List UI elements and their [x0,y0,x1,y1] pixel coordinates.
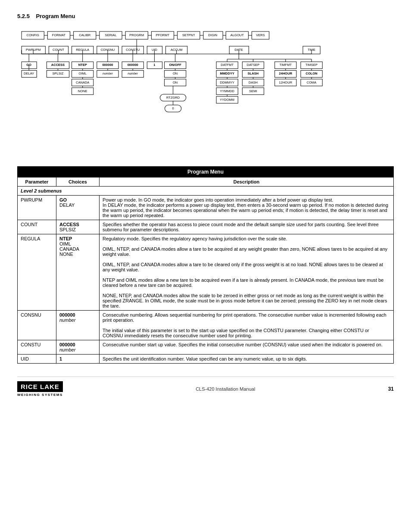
fc-mmddyy: MMDDYY [216,70,238,77]
svg-text:COLON: COLON [306,72,318,75]
fc-splsiz: SPLSIZ [47,70,69,77]
fc-format: FORMAT [47,31,70,39]
table-row: REGULA NTEP OIML CANADA NONE Regulatory … [18,234,394,311]
fc-slash: SLASH [242,70,264,77]
desc-consnu: Consecutive numbering. Allows sequential… [100,311,394,340]
svg-text:SLASH: SLASH [248,72,258,75]
choice-ntep: NTEP [59,236,72,241]
fc-on1: ON [165,70,186,77]
svg-text:MMDDYY: MMDDYY [220,72,234,75]
svg-text:SERIAL: SERIAL [105,33,117,37]
svg-text:ACCESS: ACCESS [51,63,65,67]
svg-text:12HOUR: 12HOUR [279,81,293,84]
svg-text:CALIBR: CALIBR [79,33,91,37]
fc-timfmt: TIMFMT [275,62,296,68]
svg-text:YYDOMM: YYDOMM [220,98,234,102]
desc-count: Specifies whether the operator has acces… [100,220,394,234]
section-heading: 5.2.5 Program Menu [17,13,394,19]
section-number: 5.2.5 [17,13,30,19]
svg-text:DASH: DASH [249,81,258,84]
fc-coma: COMA [301,79,322,86]
choice-canada: CANADA [59,246,79,252]
fc-setpnt: SETPNT [177,31,200,39]
svg-text:0: 0 [172,106,174,110]
fc-constu-000000: 000000 [122,62,143,68]
choice-none: NONE [59,252,73,257]
fc-consnu-000000: 000000 [97,62,118,68]
param-regula: REGULA [18,234,56,311]
fc-12hour: 12HOUR [275,79,296,86]
fc-timsep: TIMSEP [301,62,322,68]
fc-vers: VERS [252,31,269,39]
svg-text:DATSEP: DATSEP [247,63,260,67]
svg-text:TIMFMT: TIMFMT [280,63,292,67]
fc-constu-number: number [122,70,143,77]
logo-text: RICE LAKE [17,381,63,392]
desc-uid: Specifies the unit identification number… [100,355,394,364]
fc-progrm: PROGRM [125,31,148,39]
logo-sub: WEIGHING SYSTEMS [17,393,63,397]
choices-uid: 1 [56,355,100,364]
svg-text:DDMMYY: DDMMYY [220,81,234,84]
svg-text:DIGIN: DIGIN [209,33,218,37]
footer: RICE LAKE WEIGHING SYSTEMS CLS-420 Insta… [17,376,394,397]
svg-text:DELAY: DELAY [24,72,34,75]
col-parameter: Parameter [18,177,56,187]
fc-colon: COLON [301,70,322,77]
svg-text:NONE: NONE [78,89,87,93]
fc-ddmmyy: DDMMYY [216,79,238,86]
choice-constu-000000: 000000 [59,342,75,347]
svg-text:RTZGRD: RTZGRD [166,96,180,100]
fc-ntep: NTEP [72,62,93,68]
svg-text:ON/OFF: ON/OFF [169,63,181,67]
fc-yymmdd: YYMMDD [216,88,238,95]
choices-pwrupm: GO DELAY [56,196,100,220]
choices-count: ACCESS SPLSIZ [56,220,100,234]
param-count: COUNT [18,220,56,234]
fc-zero: 0 [165,105,181,112]
choice-constu-number: number [59,347,75,352]
fc-digin: DIGIN [203,31,223,39]
col-header-row: Parameter Choices Description [18,177,394,187]
param-uid: UID [18,355,56,364]
fc-uid-1: 1 [147,62,162,68]
svg-text:YYMMDD: YYMMDD [220,89,235,93]
choice-go: GO [59,197,67,202]
choice-consnu-number: number [59,317,75,323]
svg-text:number: number [103,72,113,75]
table-row: CONSNU 000000 number Consecutive numberi… [18,311,394,340]
footer-page: 31 [388,386,394,392]
flowchart: CONFIG FORMAT CALIBR SERIAL PROGRM PFORM… [17,27,394,153]
desc-pwrupm: Power up mode. In GO mode, the indicator… [100,196,394,220]
svg-text:000000: 000000 [128,63,138,67]
table-row: CONSTU 000000 number Consecutive number … [18,340,394,355]
svg-text:CANADA: CANADA [76,81,89,84]
fc-onoff: ON/OFF [165,62,186,68]
svg-text:number: number [128,72,138,75]
choice-uid-1: 1 [59,356,62,361]
svg-text:FORMAT: FORMAT [52,33,66,37]
table-title: Program Menu [18,167,394,177]
fc-on2: ON [165,79,186,86]
fc-delay: DELAY [22,70,37,77]
fc-access: ACCESS [47,62,69,68]
footer-manual: CLS-420 Installation Manual [196,386,255,392]
choices-constu: 000000 number [56,340,100,355]
fc-rtzgrd: RTZGRD [160,94,186,101]
fc-config: CONFIG [22,31,44,39]
svg-text:ALGOUT: ALGOUT [230,33,244,37]
svg-text:ON: ON [173,81,177,84]
flowchart-svg: CONFIG FORMAT CALIBR SERIAL PROGRM PFORM… [17,27,394,152]
svg-text:SPLSIZ: SPLSIZ [52,72,63,75]
fc-none: NONE [72,88,93,95]
fc-algout: ALGOUT [226,31,248,39]
choice-oiml: OIML [59,241,71,246]
svg-text:000000: 000000 [102,63,113,67]
footer-logo: RICE LAKE WEIGHING SYSTEMS [17,381,63,397]
fc-pformt: PFORMT [151,31,174,39]
fc-calibr: CALIBR [74,31,96,39]
svg-text:PFORMT: PFORMT [156,33,170,37]
table-row: PWRUPM GO DELAY Power up mode. In GO mod… [18,196,394,220]
table-row: UID 1 Specifies the unit identification … [18,355,394,364]
col-description: Description [100,177,394,187]
